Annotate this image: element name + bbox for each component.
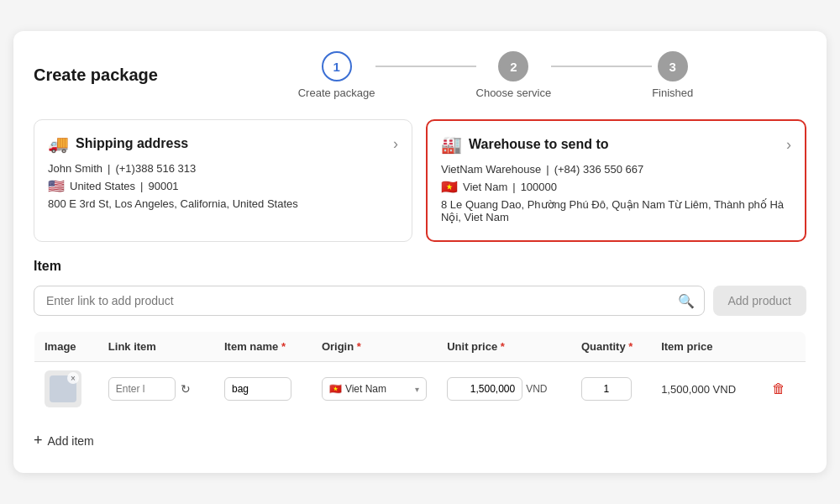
item-section: Item 🔍 Add product Image Link item Item …: [34, 259, 806, 453]
refresh-button[interactable]: ↻: [179, 381, 192, 397]
col-item-name-required: *: [281, 340, 286, 353]
col-unit-price-required: *: [501, 340, 505, 353]
link-input-wrap: ↻: [108, 377, 204, 401]
row-quantity-cell: [571, 362, 651, 417]
step-1-circle: 1: [322, 51, 352, 81]
shipping-title-text: Shipping address: [76, 136, 188, 151]
warehouse-zip: 100000: [521, 181, 557, 193]
origin-name: Viet Nam: [345, 383, 386, 395]
shipping-name-phone: John Smith | (+1)388 516 313: [48, 162, 398, 175]
add-item-button[interactable]: + Add item: [34, 428, 94, 453]
warehouse-icon: 🏭: [441, 134, 462, 155]
col-unit-price: Unit price *: [437, 332, 571, 362]
item-table: Image Link item Item name * Origin * Uni…: [34, 331, 806, 417]
col-quantity-required: *: [628, 340, 633, 353]
step-2: 2 Choose service: [476, 51, 552, 99]
address-row: 🚚 Shipping address › John Smith | (+1)38…: [34, 119, 806, 242]
col-quantity: Quantity *: [571, 332, 651, 362]
add-item-label: Add item: [48, 434, 94, 448]
warehouse-name: VietNam Warehouse: [441, 163, 541, 176]
col-origin-required: *: [357, 340, 361, 353]
step-1: 1 Create package: [298, 51, 375, 99]
row-item-price-cell: 1,500,000 VND: [651, 362, 757, 417]
warehouse-card: 🏭 Warehouse to send to › VietNam Warehou…: [426, 119, 806, 242]
row-name-cell: [214, 362, 312, 417]
item-section-title: Item: [34, 259, 806, 274]
search-input[interactable]: [34, 286, 705, 316]
warehouse-title-text: Warehouse to send to: [469, 137, 609, 152]
warehouse-flag: 🇻🇳: [441, 179, 458, 195]
origin-select[interactable]: 🇻🇳 Viet Nam ▾: [322, 377, 427, 401]
unit-price-input[interactable]: [447, 377, 522, 401]
table-row: × ↻ 🇻🇳: [34, 362, 806, 417]
header: Create package 1 Create package 2 Choose…: [34, 51, 806, 99]
item-price-value: 1,500,000 VND: [661, 383, 736, 396]
shipping-address-text: 800 E 3rd St, Los Angeles, California, U…: [48, 197, 398, 210]
shipping-title: 🚚 Shipping address: [48, 134, 188, 154]
price-input-wrap: VND: [447, 377, 561, 401]
col-actions: [757, 332, 806, 362]
warehouse-sep2: |: [512, 181, 515, 193]
delete-row-button[interactable]: 🗑: [767, 380, 790, 398]
step-3-circle: 3: [658, 51, 688, 81]
shipping-icon: 🚚: [48, 134, 69, 154]
table-body: × ↻ 🇻🇳: [34, 362, 806, 417]
col-link-item: Link item: [98, 332, 214, 362]
warehouse-name-phone: VietNam Warehouse | (+84) 336 550 667: [441, 163, 791, 176]
add-product-button[interactable]: Add product: [713, 286, 807, 316]
col-origin: Origin *: [312, 332, 437, 362]
link-input[interactable]: [108, 377, 176, 401]
col-image: Image: [34, 332, 98, 362]
col-item-name: Item name *: [214, 332, 312, 362]
step-3-label: Finished: [652, 87, 693, 99]
step-line-1-2: [375, 66, 476, 67]
remove-image-button[interactable]: ×: [67, 372, 79, 384]
table-header: Image Link item Item name * Origin * Uni…: [34, 332, 806, 362]
shipping-country-line: 🇺🇸 United States | 90001: [48, 178, 398, 194]
search-icon: 🔍: [678, 293, 695, 309]
shipping-country: United States: [70, 180, 135, 192]
shipping-separator: |: [108, 162, 110, 175]
warehouse-country: Viet Nam: [463, 181, 507, 193]
add-item-icon: +: [34, 432, 43, 449]
shipping-address-card: 🚚 Shipping address › John Smith | (+1)38…: [34, 119, 412, 242]
row-unit-price-cell: VND: [437, 362, 571, 417]
quantity-input[interactable]: [581, 377, 632, 401]
shipping-flag: 🇺🇸: [48, 178, 65, 194]
row-origin-cell: 🇻🇳 Viet Nam ▾: [312, 362, 437, 417]
item-name-input[interactable]: [224, 377, 291, 401]
row-delete-cell: 🗑: [757, 362, 806, 417]
warehouse-title: 🏭 Warehouse to send to: [441, 134, 609, 155]
warehouse-country-line: 🇻🇳 Viet Nam | 100000: [441, 179, 791, 195]
step-2-circle: 2: [498, 51, 528, 81]
row-image-cell: ×: [34, 362, 98, 417]
row-link-cell: ↻: [98, 362, 214, 417]
shipping-sep2: |: [140, 180, 143, 192]
search-input-wrap: 🔍: [34, 286, 705, 316]
step-3: 3 Finished: [652, 51, 693, 99]
step-1-label: Create package: [298, 87, 375, 99]
stepper: 1 Create package 2 Choose service 3 Fini…: [185, 51, 806, 99]
currency-label: VND: [526, 383, 547, 395]
warehouse-phone: (+84) 336 550 667: [554, 163, 644, 176]
search-row: 🔍 Add product: [34, 286, 806, 316]
table-header-row: Image Link item Item name * Origin * Uni…: [34, 332, 806, 362]
warehouse-address-text: 8 Le Quang Dao, Phường Phú Đô, Quận Nam …: [441, 198, 791, 223]
create-package-card: Create package 1 Create package 2 Choose…: [13, 31, 827, 473]
step-2-label: Choose service: [476, 87, 552, 99]
shipping-chevron-icon[interactable]: ›: [393, 135, 398, 153]
shipping-card-header: 🚚 Shipping address ›: [48, 134, 398, 154]
product-thumbnail: ×: [45, 370, 81, 407]
col-item-price: Item price: [651, 332, 757, 362]
origin-chevron-icon: ▾: [415, 385, 419, 394]
warehouse-separator: |: [546, 163, 549, 176]
shipping-phone: (+1)388 516 313: [115, 162, 196, 175]
page-title: Create package: [34, 66, 185, 85]
warehouse-chevron-icon[interactable]: ›: [786, 136, 791, 154]
shipping-name: John Smith: [48, 162, 102, 175]
origin-flag: 🇻🇳: [329, 383, 342, 395]
warehouse-card-header: 🏭 Warehouse to send to ›: [441, 134, 791, 155]
step-line-2-3: [551, 66, 652, 67]
shipping-zip: 90001: [148, 180, 178, 192]
